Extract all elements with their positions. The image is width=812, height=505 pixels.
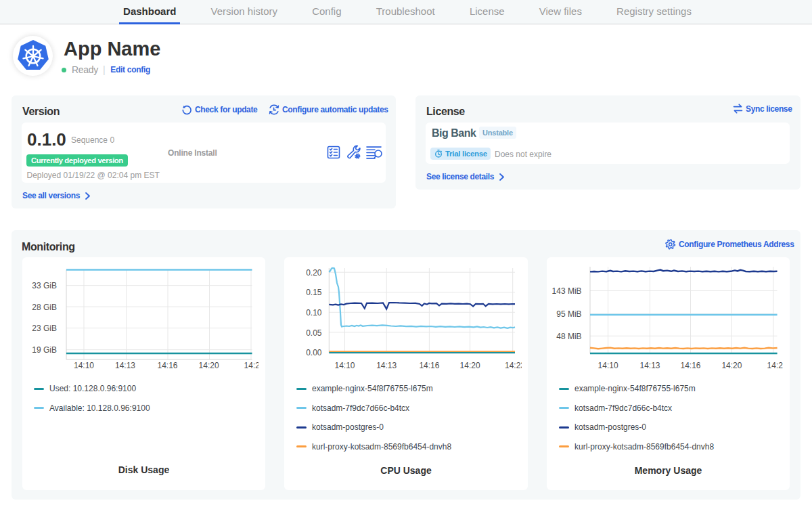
svg-text:23 GiB: 23 GiB	[32, 324, 57, 333]
svg-text:0.15: 0.15	[306, 288, 322, 297]
svg-text:95 MiB: 95 MiB	[556, 309, 581, 319]
svg-text:14:20: 14:20	[721, 361, 742, 370]
svg-text:33 GiB: 33 GiB	[32, 281, 57, 290]
svg-text:14:10: 14:10	[334, 361, 355, 370]
svg-text:14:20: 14:20	[199, 361, 219, 370]
svg-text:143 MiB: 143 MiB	[552, 286, 582, 296]
svg-text:14:10: 14:10	[74, 361, 94, 370]
svg-text:14:13: 14:13	[115, 361, 135, 370]
svg-text:14:16: 14:16	[157, 361, 177, 370]
svg-text:0.05: 0.05	[306, 328, 322, 338]
svg-text:14:13: 14:13	[376, 361, 397, 370]
svg-text:19 GiB: 19 GiB	[32, 345, 57, 355]
svg-text:14:16: 14:16	[680, 361, 700, 370]
svg-text:14:10: 14:10	[598, 361, 618, 370]
svg-text:0.00: 0.00	[306, 348, 322, 357]
svg-text:0.20: 0.20	[306, 268, 322, 278]
svg-text:14:13: 14:13	[639, 361, 660, 370]
svg-text:14:23: 14:23	[505, 361, 522, 370]
svg-text:48 MiB: 48 MiB	[556, 332, 581, 341]
svg-text:14:23: 14:23	[244, 361, 258, 370]
svg-text:0.10: 0.10	[306, 308, 322, 317]
svg-text:28 GiB: 28 GiB	[32, 303, 57, 312]
svg-text:14:23: 14:23	[767, 361, 783, 370]
svg-text:14:20: 14:20	[460, 361, 480, 370]
svg-text:14:16: 14:16	[419, 361, 439, 370]
